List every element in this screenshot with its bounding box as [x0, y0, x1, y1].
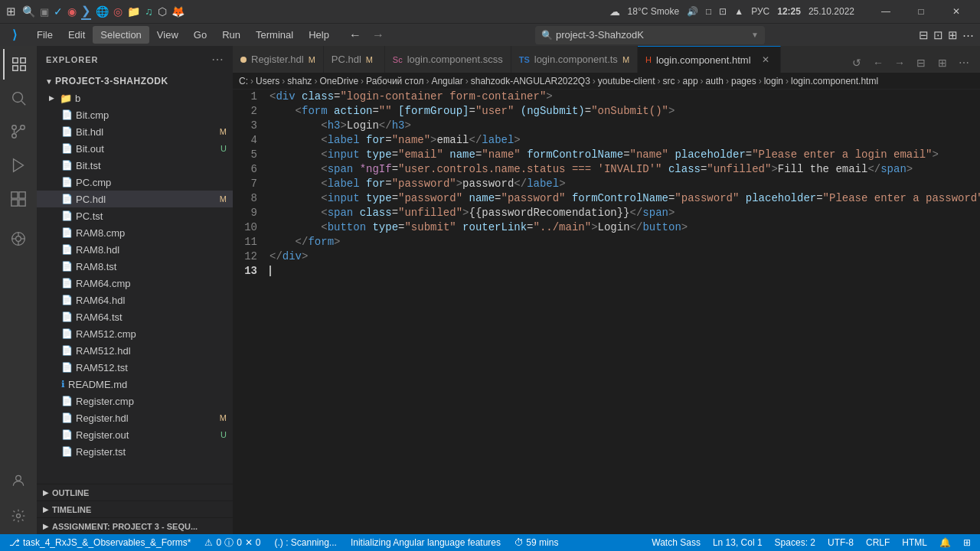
bc-item[interactable]: login — [764, 76, 783, 86]
activity-icon-remote[interactable] — [3, 223, 34, 254]
bc-item[interactable]: OneDrive — [319, 76, 358, 86]
windows-icon[interactable]: ⊞ — [6, 5, 16, 18]
list-item[interactable]: 📄 RAM64.tst — [37, 308, 233, 325]
list-item[interactable]: 📄 Register.hdl M — [37, 409, 233, 426]
activity-icon-settings[interactable] — [3, 500, 34, 531]
list-item[interactable]: 📄 Register.cmp — [37, 393, 233, 409]
menu-go[interactable]: Go — [186, 26, 214, 44]
menu-selection[interactable]: Selection — [93, 26, 149, 44]
statusbar-errors[interactable]: ⚠ 0 ⓘ 0 ✕ 0 — [201, 536, 263, 549]
list-item[interactable]: 📄 RAM64.hdl — [37, 292, 233, 308]
app-angular[interactable]: ◎ — [113, 5, 122, 18]
menu-file[interactable]: File — [29, 26, 60, 44]
close-btn[interactable]: ✕ — [939, 0, 974, 23]
statusbar-eol[interactable]: CRLF — [863, 537, 893, 548]
list-item[interactable]: 📄 PC.hdl M — [37, 191, 233, 207]
app-hex[interactable]: ⬡ — [158, 5, 167, 18]
layout-icon-3[interactable]: ⊞ — [948, 28, 958, 42]
bc-item[interactable]: Users — [256, 76, 279, 86]
taskview-icon[interactable]: ▣ — [40, 6, 49, 18]
activity-icon-run-debug[interactable] — [3, 150, 34, 181]
activity-icon-search[interactable] — [3, 83, 34, 113]
list-item[interactable]: ℹ README.md — [37, 376, 233, 393]
bc-item[interactable]: Angular — [431, 76, 462, 86]
app-spotify[interactable]: ♫ — [145, 5, 153, 18]
code-editor[interactable]: 1 2 3 4 5 6 7 8 9 10 11 12 13 <div class… — [233, 90, 980, 534]
list-item[interactable]: 📄 Bit.hdl M — [37, 123, 233, 140]
bc-item[interactable]: Рабочий стол — [366, 76, 423, 86]
menu-terminal[interactable]: Terminal — [248, 26, 301, 44]
tab-close-btn[interactable]: ✕ — [759, 53, 773, 67]
tab-login-scss[interactable]: Sc login.component.scss — [385, 46, 511, 73]
tab-action-revert[interactable]: ↺ — [847, 53, 867, 73]
activity-icon-accounts[interactable] — [3, 465, 34, 496]
app-checkmark[interactable]: ✓ — [54, 5, 63, 18]
statusbar-watch-sass[interactable]: Watch Sass — [648, 537, 704, 548]
menu-help[interactable]: Help — [301, 26, 337, 44]
statusbar-scanning[interactable]: (.) : Scanning... — [272, 537, 340, 548]
nav-forward-btn[interactable]: → — [369, 27, 387, 44]
list-item[interactable]: 📄 Bit.tst — [37, 157, 233, 174]
bc-item[interactable]: shahzodk-ANGULAR2022Q3 — [471, 76, 590, 86]
statusbar-encoding[interactable]: UTF-8 — [825, 537, 857, 548]
menu-edit[interactable]: Edit — [60, 26, 93, 44]
list-item[interactable]: 📄 RAM512.cmp — [37, 325, 233, 342]
outline-section[interactable]: ▶ OUTLINE — [37, 484, 233, 500]
maximize-btn[interactable]: □ — [903, 0, 939, 23]
list-item[interactable]: 📄 RAM8.tst — [37, 258, 233, 275]
bc-item[interactable]: auth — [706, 76, 724, 86]
statusbar-angular[interactable]: Initializing Angular language features — [348, 537, 504, 548]
layout-icon-2[interactable]: ⊡ — [933, 28, 943, 42]
tab-register-hdl[interactable]: Register.hdl M — [233, 46, 324, 73]
bc-item[interactable]: pages — [731, 76, 756, 86]
bc-item[interactable]: shahz — [287, 76, 312, 86]
app-circle[interactable]: ◉ — [67, 5, 77, 18]
speaker-icon[interactable]: 🔊 — [687, 6, 698, 17]
app-fox[interactable]: 🦊 — [172, 5, 185, 18]
list-item[interactable]: ▶ 📁 b — [37, 90, 233, 106]
list-item[interactable]: 📄 PC.tst — [37, 207, 233, 224]
project-root[interactable]: ▼ PROJECT-3-SHAHZODK — [37, 73, 233, 90]
app-files[interactable]: 📁 — [127, 5, 140, 18]
app-vscode[interactable]: ❯ — [81, 4, 91, 20]
search-bar[interactable]: 🔍 ▼ — [535, 26, 765, 44]
minimize-btn[interactable]: — — [868, 0, 903, 23]
layout-icon-1[interactable]: ⊟ — [919, 28, 929, 42]
bc-item[interactable]: youtube-client — [598, 76, 655, 86]
timeline-section[interactable]: ▶ TIMELINE — [37, 500, 233, 517]
app-chrome[interactable]: 🌐 — [96, 5, 109, 18]
list-item[interactable]: 📄 RAM8.hdl — [37, 241, 233, 258]
statusbar-notifications[interactable]: 🔔 — [936, 537, 954, 548]
statusbar-git[interactable]: ⎇ task_4_RxJS_&_Observables_&_Forms* — [6, 537, 194, 548]
menu-run[interactable]: Run — [214, 26, 248, 44]
tab-action-prev[interactable]: ← — [868, 53, 888, 73]
search-input[interactable] — [556, 29, 751, 41]
list-item[interactable]: 📄 Bit.cmp — [37, 106, 233, 123]
bc-item[interactable]: src — [663, 76, 675, 86]
layout-icon-4[interactable]: ⋯ — [962, 28, 974, 42]
assignment-section[interactable]: ▶ ASSIGNMENT: PROJECT 3 - SEQU... — [37, 517, 233, 534]
bc-item[interactable]: C: — [239, 76, 248, 86]
statusbar-broadcast[interactable]: ⊞ — [960, 537, 974, 548]
nav-back-btn[interactable]: ← — [346, 27, 364, 44]
tab-action-split[interactable]: ⊟ — [911, 53, 931, 73]
activity-icon-source-control[interactable] — [3, 116, 34, 147]
list-item[interactable]: 📄 Register.out U — [37, 426, 233, 443]
sidebar-more-icon[interactable]: ⋯ — [211, 52, 224, 67]
list-item[interactable]: 📄 Bit.out U — [37, 140, 233, 157]
tab-pc-hdl[interactable]: PC.hdl M — [324, 46, 385, 73]
statusbar-timer[interactable]: ⏱ 59 mins — [511, 537, 561, 548]
activity-icon-explorer[interactable] — [3, 49, 34, 80]
list-item[interactable]: 📄 PC.cmp — [37, 174, 233, 191]
list-item[interactable]: 📄 RAM512.tst — [37, 359, 233, 376]
bc-item[interactable]: app — [683, 76, 698, 86]
menu-view[interactable]: View — [149, 26, 186, 44]
statusbar-cursor-pos[interactable]: Ln 13, Col 1 — [710, 537, 766, 548]
list-item[interactable]: 📄 RAM64.cmp — [37, 275, 233, 292]
list-item[interactable]: 📄 RAM512.hdl — [37, 342, 233, 359]
activity-icon-extensions[interactable] — [3, 184, 34, 214]
search-taskbar-icon[interactable]: 🔍 — [22, 5, 35, 18]
tab-action-next[interactable]: → — [890, 53, 910, 73]
list-item[interactable]: 📄 RAM8.cmp — [37, 224, 233, 241]
tab-login-html[interactable]: H login.component.html ✕ — [638, 46, 781, 73]
